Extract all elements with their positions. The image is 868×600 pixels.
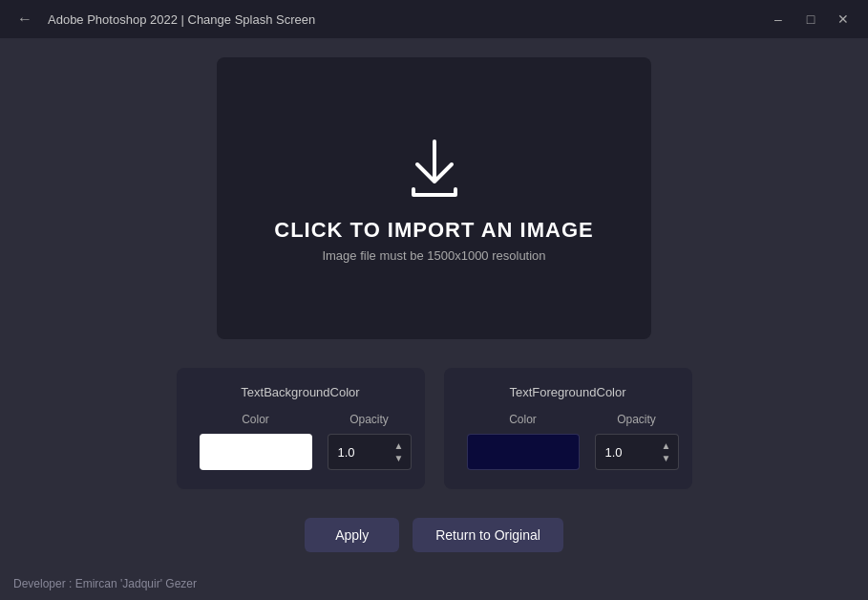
- import-title: CLICK TO IMPORT AN IMAGE: [274, 218, 593, 243]
- fg-color-group: Color: [467, 413, 580, 470]
- bg-panel-controls: Color Opacity 1.0 ▲ ▼: [200, 413, 402, 470]
- bg-panel-title: TextBackgroundColor: [200, 385, 402, 399]
- bg-opacity-control[interactable]: 1.0 ▲ ▼: [328, 434, 412, 470]
- import-subtitle: Image file must be 1500x1000 resolution: [322, 248, 545, 263]
- download-icon: [400, 134, 469, 203]
- fg-opacity-control[interactable]: 1.0 ▲ ▼: [595, 434, 679, 470]
- panels-row: TextBackgroundColor Color Opacity 1.0 ▲ …: [177, 368, 692, 489]
- fg-opacity-arrows: ▲ ▼: [659, 440, 674, 464]
- fg-panel-controls: Color Opacity 1.0 ▲ ▼: [467, 413, 669, 470]
- import-area[interactable]: CLICK TO IMPORT AN IMAGE Image file must…: [217, 57, 651, 339]
- footer-text: Developer : Emircan 'Jadquir' Gezer: [13, 577, 197, 590]
- title-bar-left: ← Adobe Photoshop 2022 | Change Splash S…: [11, 8, 315, 31]
- maximize-button[interactable]: □: [797, 6, 824, 32]
- bg-opacity-arrows: ▲ ▼: [392, 440, 407, 464]
- bg-color-swatch[interactable]: [200, 434, 312, 470]
- fg-panel-title: TextForegroundColor: [467, 385, 669, 399]
- window-title: Adobe Photoshop 2022 | Change Splash Scr…: [48, 12, 315, 27]
- title-bar: ← Adobe Photoshop 2022 | Change Splash S…: [0, 0, 868, 38]
- apply-button[interactable]: Apply: [305, 518, 399, 552]
- bg-opacity-up[interactable]: ▲: [392, 440, 407, 452]
- main-content: CLICK TO IMPORT AN IMAGE Image file must…: [0, 38, 868, 552]
- fg-opacity-up[interactable]: ▲: [659, 440, 674, 452]
- fg-color-label: Color: [509, 413, 537, 426]
- bg-opacity-group: Opacity 1.0 ▲ ▼: [328, 413, 412, 470]
- bg-color-label: Color: [242, 413, 269, 426]
- fg-opacity-value: 1.0: [605, 445, 659, 460]
- fg-color-panel: TextForegroundColor Color Opacity 1.0 ▲ …: [444, 368, 692, 489]
- window-controls: – □ ✕: [765, 6, 857, 32]
- close-button[interactable]: ✕: [830, 6, 857, 32]
- fg-color-swatch[interactable]: [467, 434, 580, 470]
- fg-opacity-group: Opacity 1.0 ▲ ▼: [595, 413, 679, 470]
- bg-opacity-label: Opacity: [349, 413, 389, 426]
- action-row: Apply Return to Original: [305, 518, 563, 552]
- fg-opacity-label: Opacity: [617, 413, 656, 426]
- back-button[interactable]: ←: [11, 8, 38, 31]
- minimize-button[interactable]: –: [765, 6, 792, 32]
- bg-opacity-value: 1.0: [338, 445, 392, 460]
- return-to-original-button[interactable]: Return to Original: [413, 518, 563, 552]
- footer: Developer : Emircan 'Jadquir' Gezer: [13, 577, 197, 590]
- bg-opacity-down[interactable]: ▼: [392, 453, 407, 464]
- bg-color-group: Color: [200, 413, 312, 470]
- bg-color-panel: TextBackgroundColor Color Opacity 1.0 ▲ …: [177, 368, 425, 489]
- fg-opacity-down[interactable]: ▼: [659, 453, 674, 464]
